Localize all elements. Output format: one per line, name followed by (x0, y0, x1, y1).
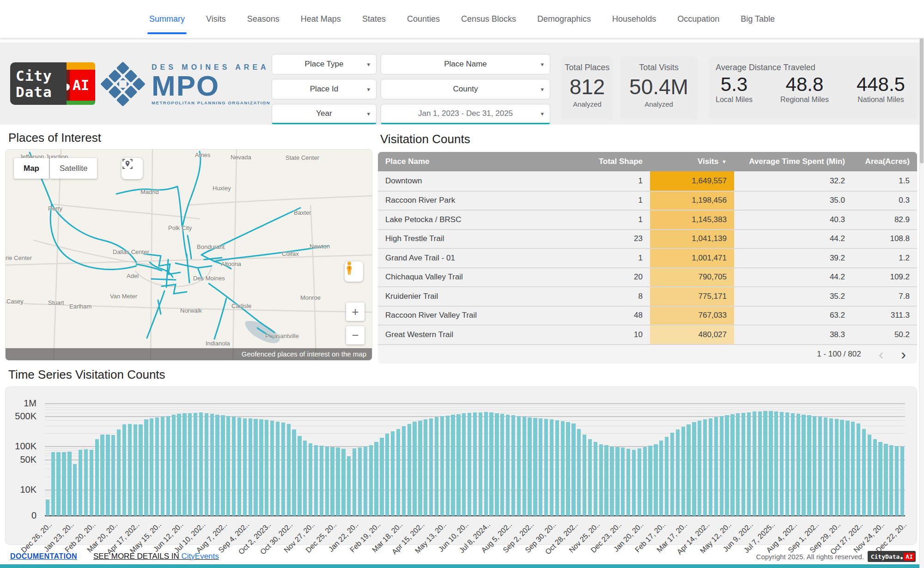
bar[interactable] (79, 450, 82, 516)
bar[interactable] (676, 429, 680, 516)
bar[interactable] (259, 419, 263, 516)
bar[interactable] (330, 447, 334, 516)
bar[interactable] (281, 423, 285, 516)
bar[interactable] (604, 445, 608, 516)
bar[interactable] (51, 452, 55, 516)
see-more-details-link[interactable]: SEE MORE DETAILS IN CityEvents (93, 552, 219, 561)
bar[interactable] (199, 412, 203, 516)
bar[interactable] (594, 442, 597, 516)
tab-census-blocks[interactable]: Census Blocks (461, 0, 516, 38)
bar[interactable] (205, 413, 208, 516)
prev-page-icon[interactable]: ‹ (879, 347, 884, 362)
bar[interactable] (670, 433, 674, 516)
bar[interactable] (451, 415, 455, 516)
bar[interactable] (111, 435, 115, 516)
bar[interactable] (566, 422, 570, 516)
bar[interactable] (341, 449, 345, 516)
bar[interactable] (95, 439, 99, 516)
map-canvas[interactable] (6, 150, 372, 361)
bar[interactable] (221, 415, 225, 516)
tab-states[interactable]: States (362, 0, 386, 38)
bar[interactable] (84, 449, 88, 516)
bar[interactable] (424, 419, 427, 516)
bar[interactable] (845, 421, 849, 516)
bar[interactable] (643, 447, 647, 516)
bar[interactable] (468, 413, 471, 516)
bar[interactable] (276, 422, 280, 516)
bar[interactable] (829, 418, 833, 516)
bar[interactable] (391, 431, 395, 516)
next-page-icon[interactable]: › (901, 347, 906, 362)
bar[interactable] (440, 416, 444, 516)
bar[interactable] (862, 429, 866, 516)
bar[interactable] (791, 413, 795, 516)
table-row[interactable]: Great Western Trail10480,02738.350.2 (378, 325, 917, 344)
bar[interactable] (67, 452, 71, 516)
bar[interactable] (122, 424, 126, 516)
bar[interactable] (654, 444, 657, 516)
bar[interactable] (802, 415, 805, 516)
bar[interactable] (402, 426, 406, 516)
filter-place-id[interactable]: Place Id▾ (272, 79, 377, 99)
tab-occupation[interactable]: Occupation (677, 0, 719, 38)
satellite-button[interactable]: Satellite (50, 158, 97, 179)
filter-place-type[interactable]: Place Type▾ (272, 54, 377, 74)
bar[interactable] (681, 427, 685, 516)
bar[interactable] (758, 411, 762, 516)
bar[interactable] (358, 447, 362, 516)
bar[interactable] (265, 420, 268, 516)
bar[interactable] (528, 417, 531, 516)
bar[interactable] (835, 419, 839, 516)
tab-demographics[interactable]: Demographics (537, 0, 591, 38)
bar[interactable] (703, 419, 707, 516)
bar[interactable] (134, 424, 137, 516)
cityevents-link[interactable]: CityEvents (182, 552, 219, 561)
documentation-link[interactable]: DOCUMENTATION (10, 552, 77, 561)
zoom-in-button[interactable]: + (346, 302, 365, 321)
bar[interactable] (730, 414, 734, 516)
bar[interactable] (385, 434, 389, 516)
bar[interactable] (610, 447, 614, 516)
bar[interactable] (506, 415, 510, 516)
filter-year[interactable]: Year▾ (272, 104, 377, 124)
bar[interactable] (615, 447, 619, 516)
bar[interactable] (889, 445, 893, 516)
bar[interactable] (884, 444, 888, 516)
bar[interactable] (194, 413, 197, 516)
bar[interactable] (369, 445, 373, 516)
bar[interactable] (353, 448, 356, 516)
bar[interactable] (226, 416, 230, 516)
bar[interactable] (747, 412, 751, 516)
col-total-shape[interactable]: Total Shape (573, 152, 650, 171)
bar[interactable] (714, 417, 718, 516)
filter-jan-1-2023-dec-31-2025[interactable]: Jan 1, 2023 - Dec 31, 2025▾ (381, 104, 550, 124)
bar[interactable] (155, 417, 159, 516)
bar[interactable] (150, 418, 153, 516)
bar[interactable] (303, 441, 307, 516)
bar[interactable] (763, 411, 767, 516)
bar[interactable] (325, 447, 329, 516)
col-area[interactable]: Area(Acres) (852, 152, 917, 171)
bar[interactable] (128, 424, 132, 516)
pegman-button[interactable] (345, 261, 363, 282)
bar[interactable] (774, 411, 778, 516)
bar[interactable] (824, 417, 827, 516)
bar[interactable] (90, 450, 93, 516)
bar[interactable] (813, 416, 816, 516)
bar[interactable] (539, 418, 542, 516)
bar[interactable] (878, 442, 882, 516)
bar[interactable] (254, 419, 257, 516)
bar[interactable] (292, 429, 296, 516)
tab-big-table[interactable]: Big Table (741, 0, 775, 38)
col-visits[interactable]: Visits ▼ (650, 152, 734, 171)
bar[interactable] (753, 411, 756, 516)
bar[interactable] (100, 435, 104, 516)
bar[interactable] (473, 412, 477, 516)
bar[interactable] (807, 415, 811, 516)
scrollbar-thumb[interactable] (920, 39, 924, 163)
bar[interactable] (698, 421, 701, 516)
bar[interactable] (462, 413, 466, 516)
bar[interactable] (796, 414, 800, 516)
bar[interactable] (380, 438, 383, 516)
tab-heat-maps[interactable]: Heat Maps (301, 0, 341, 38)
